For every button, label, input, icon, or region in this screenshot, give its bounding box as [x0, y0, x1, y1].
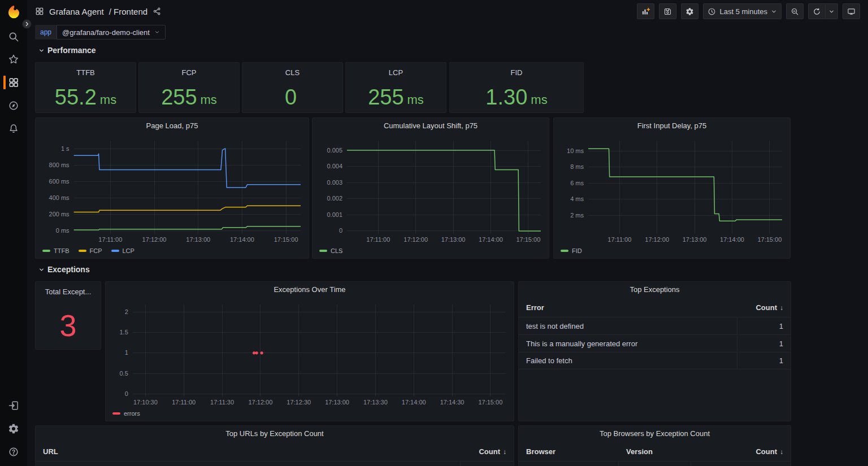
- dashboard-grid-icon: [35, 7, 44, 16]
- legend-swatch: [112, 412, 120, 415]
- sign-in-icon[interactable]: [0, 394, 27, 417]
- column-header-browser[interactable]: Browser: [519, 447, 619, 456]
- column-header-version[interactable]: Version: [619, 447, 691, 456]
- svg-text:17:13:00: 17:13:00: [186, 236, 210, 243]
- page-load-chart[interactable]: 17:11:0017:12:0017:13:0017:14:0017:15:00…: [39, 135, 304, 245]
- svg-text:400 ms: 400 ms: [49, 194, 70, 201]
- panel-title[interactable]: Page Load, p75: [36, 118, 309, 134]
- refresh-interval-chevron[interactable]: [826, 3, 838, 19]
- svg-text:8 ms: 8 ms: [570, 163, 584, 170]
- svg-text:1: 1: [125, 349, 128, 356]
- stat-value: 255ms: [346, 82, 446, 112]
- stat-value: 0: [242, 82, 342, 112]
- share-icon[interactable]: [153, 7, 162, 16]
- panel-title[interactable]: Top Exceptions: [519, 282, 791, 298]
- svg-text:17:14:00: 17:14:00: [230, 236, 254, 243]
- svg-text:17:14:00: 17:14:00: [402, 399, 426, 406]
- sort-desc-icon: ↓: [503, 448, 506, 456]
- chart-legend: TTFBFCPLCP: [42, 246, 134, 255]
- svg-text:1.5: 1.5: [120, 329, 128, 336]
- svg-text:17:14:00: 17:14:00: [720, 236, 744, 243]
- fid-chart[interactable]: 17:11:0017:12:0017:13:0017:14:0017:15:00…: [557, 135, 785, 245]
- svg-text:0 ms: 0 ms: [56, 227, 70, 234]
- breadcrumb-dashboard[interactable]: / Frontend: [109, 7, 147, 16]
- svg-text:2 ms: 2 ms: [570, 212, 584, 219]
- explore-compass-icon[interactable]: [0, 94, 27, 117]
- section-performance[interactable]: Performance: [38, 46, 96, 55]
- svg-text:600 ms: 600 ms: [49, 178, 70, 185]
- variable-label: app: [35, 25, 57, 40]
- stat-title: TTFB: [36, 68, 136, 77]
- refresh-button[interactable]: [808, 3, 826, 19]
- svg-text:17:12:00: 17:12:00: [645, 236, 669, 243]
- svg-text:0.004: 0.004: [327, 163, 342, 169]
- dashboards-icon[interactable]: [0, 71, 27, 94]
- kiosk-mode-button[interactable]: [843, 3, 860, 19]
- svg-text:17:10:30: 17:10:30: [133, 399, 158, 406]
- time-range-label: Last 5 minutes: [719, 7, 767, 16]
- stat-value: 3: [36, 301, 101, 349]
- sort-desc-icon: ↓: [780, 448, 783, 456]
- table-row: Failed to fetch 1: [519, 352, 791, 369]
- legend-item[interactable]: LCP: [111, 247, 134, 254]
- breadcrumb-folder[interactable]: Grafana Agent: [49, 7, 104, 16]
- panel-title[interactable]: Top URLs by Exception Count: [36, 426, 514, 442]
- grafana-logo[interactable]: [6, 5, 21, 20]
- svg-text:0.001: 0.001: [327, 211, 342, 218]
- stat-panel-lcp: LCP 255ms: [345, 62, 446, 113]
- legend-item[interactable]: CLS: [319, 247, 342, 254]
- stat-value: 55.2ms: [36, 82, 136, 112]
- column-header-count[interactable]: Count↓: [691, 447, 791, 456]
- column-header-error[interactable]: Error: [519, 303, 737, 312]
- legend-item[interactable]: errors: [112, 410, 140, 417]
- help-icon[interactable]: [0, 441, 27, 463]
- stat-title: Total Except...: [36, 288, 101, 296]
- legend-swatch: [79, 250, 86, 252]
- stat-panel-fid: FID 1.30ms: [449, 62, 584, 113]
- dashboard-settings-button[interactable]: [681, 3, 698, 19]
- section-exceptions[interactable]: Exceptions: [38, 265, 90, 274]
- legend-item[interactable]: FCP: [79, 247, 102, 254]
- panel-top-exceptions: Top Exceptions Error Count↓ test is not …: [518, 281, 791, 421]
- column-header-count[interactable]: Count↓: [460, 447, 514, 456]
- panel-title[interactable]: Exceptions Over Time: [106, 282, 514, 298]
- starred-icon[interactable]: [0, 48, 27, 71]
- svg-text:17:13:00: 17:13:00: [441, 236, 466, 243]
- column-header-url[interactable]: URL: [36, 447, 460, 456]
- svg-text:0: 0: [125, 390, 128, 397]
- cls-chart[interactable]: 17:11:0017:12:0017:13:0017:14:0017:15:00…: [316, 135, 544, 245]
- settings-gear-icon[interactable]: [0, 417, 27, 440]
- save-dashboard-button[interactable]: [659, 3, 676, 19]
- legend-item[interactable]: FID: [561, 247, 582, 254]
- zoom-out-button[interactable]: [786, 3, 804, 19]
- time-range-picker[interactable]: Last 5 minutes: [703, 3, 782, 19]
- sidebar-expand-button[interactable]: [22, 19, 32, 29]
- svg-text:17:15:00: 17:15:00: [478, 399, 502, 406]
- chart-legend: FID: [561, 246, 582, 255]
- column-header-count[interactable]: Count↓: [737, 303, 791, 312]
- svg-text:17:11:00: 17:11:00: [172, 399, 196, 406]
- svg-text:4 ms: 4 ms: [570, 195, 584, 202]
- panel-cls: Cumulative Layout Shift, p75 17:11:0017:…: [312, 117, 549, 259]
- panel-exceptions-over-time: Exceptions Over Time 17:10:3017:11:0017:…: [105, 281, 514, 421]
- panel-title[interactable]: Cumulative Layout Shift, p75: [313, 118, 549, 134]
- top-browsers-table: Browser Version Count↓: [519, 442, 791, 466]
- svg-text:17:11:30: 17:11:30: [210, 399, 234, 406]
- svg-text:17:13:30: 17:13:30: [363, 399, 388, 406]
- legend-item[interactable]: TTFB: [42, 247, 70, 254]
- svg-text:0.003: 0.003: [327, 179, 342, 186]
- legend-swatch: [561, 250, 568, 252]
- stat-value: 1.30ms: [450, 82, 583, 112]
- stat-panel-cls: CLS 0: [242, 62, 343, 113]
- top-urls-table: URL Count↓: [36, 442, 514, 466]
- exceptions-chart[interactable]: 17:10:3017:11:0017:11:3017:12:0017:12:30…: [109, 299, 509, 407]
- variable-app-dropdown[interactable]: @grafana/faro-demo-client: [57, 25, 166, 40]
- panel-title[interactable]: First Input Delay, p75: [554, 118, 790, 134]
- search-icon[interactable]: [0, 25, 27, 48]
- topbar: Grafana Agent / Frontend Last 5 minutes: [27, 0, 868, 23]
- panel-title[interactable]: Top Browsers by Exception Count: [519, 426, 791, 442]
- table-row: test is not defined 1: [519, 317, 791, 334]
- svg-text:17:15:00: 17:15:00: [516, 236, 540, 243]
- add-panel-button[interactable]: [637, 3, 654, 19]
- alerting-bell-icon[interactable]: [0, 117, 27, 140]
